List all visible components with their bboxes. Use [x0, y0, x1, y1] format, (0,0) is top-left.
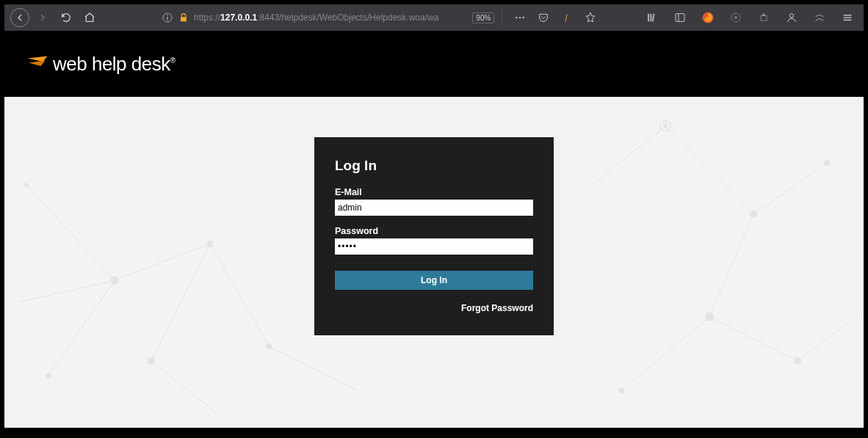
- svg-point-41: [24, 183, 29, 187]
- login-button[interactable]: Log In: [335, 271, 533, 290]
- svg-point-48: [618, 387, 624, 393]
- svg-line-21: [26, 185, 115, 280]
- svg-line-35: [592, 126, 665, 185]
- svg-rect-8: [650, 14, 651, 22]
- login-title: Log In: [335, 158, 533, 174]
- pocket-icon[interactable]: [533, 7, 554, 28]
- extension3-icon[interactable]: [753, 7, 774, 28]
- main-content: Log In E-Mail Password Log In Forgot Pas…: [4, 97, 864, 428]
- svg-point-46: [794, 357, 801, 365]
- home-button[interactable]: [79, 7, 100, 28]
- brand-text: web help desk®: [53, 53, 176, 76]
- svg-line-26: [269, 346, 357, 390]
- extension2-icon[interactable]: [726, 7, 746, 28]
- app-header: web help desk®: [4, 31, 864, 97]
- login-panel: Log In E-Mail Password Log In Forgot Pas…: [314, 137, 554, 335]
- extension4-icon[interactable]: [809, 7, 830, 28]
- svg-line-32: [709, 317, 798, 361]
- svg-point-47: [824, 160, 830, 166]
- svg-point-14: [734, 16, 737, 19]
- svg-rect-16: [763, 14, 765, 16]
- svg-rect-2: [167, 15, 167, 15]
- svg-point-42: [660, 121, 670, 131]
- brand-logo: web help desk®: [26, 53, 176, 76]
- svg-point-45: [705, 313, 714, 321]
- svg-point-5: [519, 17, 521, 19]
- svg-point-37: [207, 241, 213, 247]
- svg-point-17: [789, 14, 793, 18]
- email-field[interactable]: [335, 200, 533, 216]
- svg-line-27: [151, 361, 225, 420]
- back-button[interactable]: [10, 8, 29, 27]
- svg-point-43: [663, 124, 668, 128]
- url-bar[interactable]: https://127.0.0.1:8443/helpdesk/WebObjec…: [162, 7, 494, 28]
- forward-button[interactable]: [32, 7, 53, 28]
- footer-bar: [4, 428, 864, 434]
- account-icon[interactable]: [781, 7, 802, 28]
- email-label: E-Mail: [335, 187, 533, 197]
- forgot-password-link[interactable]: Forgot Password: [335, 303, 533, 313]
- svg-rect-3: [181, 17, 187, 21]
- svg-point-4: [516, 17, 518, 19]
- sidebar-icon[interactable]: [670, 7, 690, 28]
- browser-toolbar: https://127.0.0.1:8443/helpdesk/WebObjec…: [4, 4, 864, 31]
- svg-point-6: [523, 17, 525, 19]
- svg-rect-15: [761, 15, 767, 21]
- svg-rect-10: [676, 14, 684, 22]
- svg-line-30: [753, 163, 827, 214]
- library-icon[interactable]: [642, 7, 662, 28]
- svg-point-40: [46, 373, 51, 379]
- reload-button[interactable]: [56, 7, 76, 28]
- svg-line-33: [621, 317, 709, 390]
- svg-line-29: [665, 126, 753, 214]
- svg-rect-7: [648, 14, 649, 22]
- svg-point-36: [110, 276, 119, 285]
- info-icon: [162, 12, 173, 23]
- svg-line-22: [48, 280, 115, 376]
- page-actions-icon[interactable]: [510, 7, 530, 28]
- svg-point-38: [148, 357, 155, 365]
- svg-line-23: [115, 244, 210, 280]
- extension-icon[interactable]: [557, 7, 577, 28]
- svg-line-25: [210, 244, 269, 346]
- brand-swoosh-icon: [26, 53, 48, 75]
- svg-line-28: [19, 280, 115, 302]
- bookmark-icon[interactable]: [580, 7, 601, 28]
- menu-icon[interactable]: [837, 7, 858, 28]
- zoom-indicator[interactable]: 90%: [472, 12, 494, 23]
- svg-point-39: [266, 343, 272, 349]
- svg-line-24: [151, 244, 210, 361]
- svg-rect-9: [652, 14, 655, 22]
- svg-point-44: [750, 211, 757, 218]
- svg-rect-1: [167, 17, 167, 21]
- password-label: Password: [335, 226, 533, 236]
- svg-line-31: [709, 214, 753, 317]
- firefox-extension-icon[interactable]: [698, 7, 718, 28]
- password-field[interactable]: [335, 238, 533, 255]
- lock-warning-icon: [178, 12, 189, 23]
- url-text: https://127.0.0.1:8443/helpdesk/WebObjec…: [194, 12, 438, 23]
- separator: [502, 10, 502, 25]
- svg-line-34: [798, 317, 856, 361]
